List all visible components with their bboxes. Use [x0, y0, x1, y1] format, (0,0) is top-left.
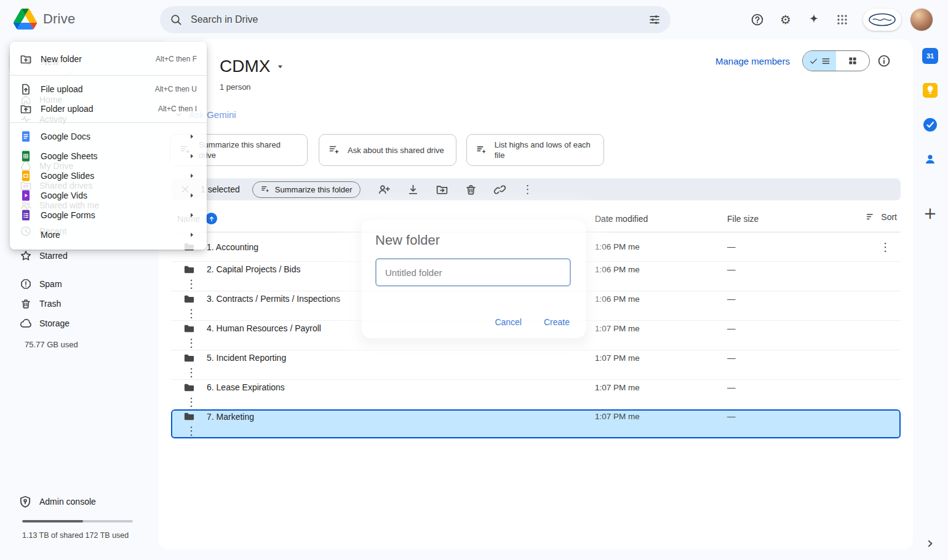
menu-divider	[10, 122, 207, 123]
add-panel-app-icon[interactable]: +	[922, 205, 938, 221]
more-actions-icon[interactable]: ⋮	[522, 184, 533, 195]
submenu-arrow-icon	[187, 210, 197, 220]
user-avatar[interactable]	[910, 8, 933, 31]
sort-label: Sort	[881, 212, 897, 222]
tasks-icon[interactable]	[922, 117, 938, 133]
contacts-icon[interactable]	[922, 151, 938, 167]
trash-icon	[20, 298, 32, 310]
dialog-actions: Cancel Create	[495, 317, 570, 327]
menu-item-google-forms[interactable]: Google Forms	[10, 205, 207, 225]
file-modified: 1:07 PM me	[595, 324, 727, 333]
download-icon[interactable]	[407, 183, 420, 196]
row-more-icon[interactable]: ⋮	[186, 337, 197, 349]
menu-item-google-slides[interactable]: Google Slides	[10, 166, 207, 186]
apps-grid-button[interactable]	[830, 7, 854, 32]
menu-item-folder-upload[interactable]: Folder upload Alt+C then I	[10, 99, 207, 119]
row-more-icon[interactable]: ⋮	[880, 242, 891, 253]
list-view-button[interactable]	[803, 51, 836, 71]
row-more-icon[interactable]: ⋮	[186, 396, 197, 408]
menu-item-label: Google Docs	[41, 132, 90, 141]
file-modified: 1:07 PM me	[595, 383, 727, 392]
share-add-person-icon[interactable]	[378, 183, 391, 196]
copy-link-icon[interactable]	[493, 183, 506, 196]
row-more-icon[interactable]: ⋮	[186, 278, 197, 290]
settings-button[interactable]: ⚙	[773, 7, 798, 32]
folder-icon	[183, 382, 195, 393]
menu-item-label: Google Slides	[41, 171, 94, 181]
column-header-size[interactable]: File size	[727, 214, 759, 224]
app-name: Drive	[43, 11, 75, 27]
keep-icon[interactable]	[922, 82, 938, 98]
file-modified: 1:07 PM me	[595, 353, 727, 363]
menu-item-label: Google Vids	[41, 191, 87, 200]
gemini-chip-ask-about[interactable]: Ask about this shared drive	[319, 134, 456, 166]
submenu-arrow-icon	[187, 171, 197, 181]
search-bar[interactable]	[160, 6, 671, 33]
calendar-day-number: 31	[926, 52, 934, 60]
file-row[interactable]: 5. Incident Reporting 1:07 PM me — ⋮	[171, 350, 901, 380]
chevron-down-icon	[276, 63, 284, 71]
submenu-arrow-icon	[187, 132, 197, 141]
sidebar-item-storage[interactable]: Storage	[5, 314, 153, 333]
gemini-button[interactable]	[802, 7, 826, 32]
move-to-folder-icon[interactable]	[436, 183, 448, 196]
sidebar-item-label: Starred	[39, 251, 68, 261]
sidebar-item-spam[interactable]: Spam	[5, 274, 153, 294]
menu-item-label: New folder	[41, 54, 82, 64]
summarize-folder-chip[interactable]: Summarize this folder	[252, 181, 360, 198]
menu-item-label: More	[41, 230, 60, 240]
menu-item-file-upload[interactable]: File upload Alt+C then U	[10, 79, 207, 99]
sort-ascending-indicator[interactable]	[205, 213, 217, 224]
help-button[interactable]	[745, 7, 770, 32]
members-count: 1 person	[220, 82, 251, 92]
file-name: 5. Incident Reporting	[207, 353, 595, 363]
file-modified: 1:07 PM me	[595, 412, 727, 421]
search-filters-icon[interactable]	[648, 14, 661, 26]
row-more-icon[interactable]: ⋮	[186, 425, 197, 436]
gemini-chip-label: Ask about this shared drive	[348, 145, 444, 156]
storage-used-label: 75.77 GB used	[5, 334, 153, 354]
menu-item-google-sheets[interactable]: Google Sheets	[10, 146, 207, 166]
drive-logo-icon	[14, 9, 37, 30]
highs-lows-icon	[476, 144, 487, 156]
create-button[interactable]: Create	[544, 317, 570, 327]
view-toggle[interactable]	[802, 50, 870, 71]
row-more-icon[interactable]: ⋮	[186, 367, 197, 378]
folder-icon	[183, 411, 195, 422]
calendar-icon[interactable]: 31	[922, 48, 938, 64]
sidebar-item-trash[interactable]: Trash	[5, 294, 153, 314]
google-forms-icon	[20, 209, 32, 221]
menu-item-google-docs[interactable]: Google Docs	[10, 127, 207, 146]
menu-item-new-folder[interactable]: New folder Alt+C then F	[10, 47, 207, 71]
menu-item-google-vids[interactable]: Google Vids	[10, 186, 207, 205]
row-more-icon[interactable]: ⋮	[186, 308, 197, 319]
folder-icon	[183, 264, 195, 275]
google-vids-icon	[20, 189, 32, 202]
sort-button[interactable]: Sort	[866, 211, 897, 222]
drive-logo-area[interactable]: Drive	[14, 9, 75, 30]
new-menu: New folder Alt+C then F File upload Alt+…	[10, 42, 207, 250]
manage-members-link[interactable]: Manage members	[715, 56, 790, 66]
admin-console-link[interactable]: Admin console	[5, 492, 153, 511]
details-button[interactable]	[877, 54, 891, 70]
file-row[interactable]: 6. Lease Expirations 1:07 PM me — ⋮	[171, 380, 901, 409]
search-input[interactable]	[191, 14, 640, 25]
column-header-modified[interactable]: Date modified	[595, 214, 648, 224]
folder-name-input[interactable]	[375, 258, 571, 286]
grid-view-icon	[848, 56, 858, 66]
file-row-selected[interactable]: 7. Marketing 1:07 PM me — ⋮	[171, 409, 901, 439]
shared-drive-title[interactable]: CDMX	[220, 57, 284, 76]
cancel-button[interactable]: Cancel	[495, 317, 522, 327]
submenu-arrow-icon	[187, 151, 197, 161]
menu-divider	[10, 75, 207, 76]
menu-item-label: Google Forms	[41, 210, 95, 220]
collapse-panel-chevron-icon[interactable]: ›	[922, 535, 938, 551]
gemini-sparkle-icon	[807, 13, 821, 26]
grid-view-button[interactable]	[836, 51, 869, 71]
spam-icon	[20, 278, 32, 290]
gemini-chip-highs-lows[interactable]: List highs and lows of each file	[466, 134, 604, 166]
trash-icon[interactable]	[464, 183, 477, 196]
submenu-arrow-icon	[187, 191, 197, 200]
menu-item-label: Google Sheets	[41, 151, 98, 161]
menu-item-more[interactable]: More	[10, 225, 207, 245]
